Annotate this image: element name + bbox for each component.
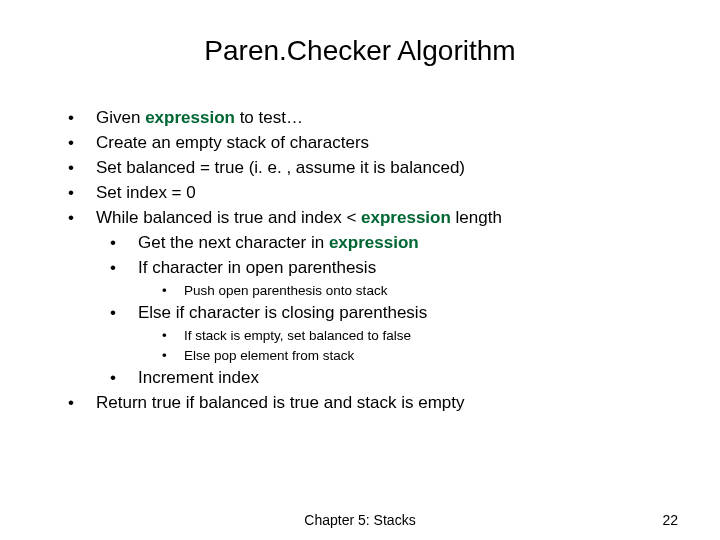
list-item: Get the next character in expression <box>110 232 680 255</box>
list-item: Create an empty stack of characters <box>68 132 680 155</box>
list-item: Set index = 0 <box>68 182 680 205</box>
list-item: If stack is empty, set balanced to false <box>162 327 680 345</box>
text: If character in open parenthesis <box>138 258 376 277</box>
footer-page-number: 22 <box>662 512 678 528</box>
bullet-list: Given expression to test… Create an empt… <box>68 107 680 415</box>
list-item: Else if character is closing parenthesis… <box>110 302 680 365</box>
list-item: If character in open parenthesis Push op… <box>110 257 680 300</box>
text: Get the next character in <box>138 233 329 252</box>
text: length <box>451 208 502 227</box>
sub-sub-list: Push open parenthesis onto stack <box>138 282 680 300</box>
sub-list: Get the next character in expression If … <box>96 232 680 390</box>
text: Given <box>96 108 145 127</box>
keyword: expression <box>145 108 235 127</box>
list-item: Push open parenthesis onto stack <box>162 282 680 300</box>
list-item: Else pop element from stack <box>162 347 680 365</box>
keyword: expression <box>329 233 419 252</box>
list-item: While balanced is true and index < expre… <box>68 207 680 390</box>
slide-title: Paren.Checker Algorithm <box>40 35 680 67</box>
footer-chapter: Chapter 5: Stacks <box>304 512 415 528</box>
list-item: Increment index <box>110 367 680 390</box>
keyword: expression <box>361 208 451 227</box>
text: Else if character is closing parenthesis <box>138 303 427 322</box>
list-item: Set balanced = true (i. e. , assume it i… <box>68 157 680 180</box>
text: While balanced is true and index < <box>96 208 361 227</box>
list-item: Return true if balanced is true and stac… <box>68 392 680 415</box>
text: to test… <box>235 108 303 127</box>
sub-sub-list: If stack is empty, set balanced to false… <box>138 327 680 365</box>
list-item: Given expression to test… <box>68 107 680 130</box>
